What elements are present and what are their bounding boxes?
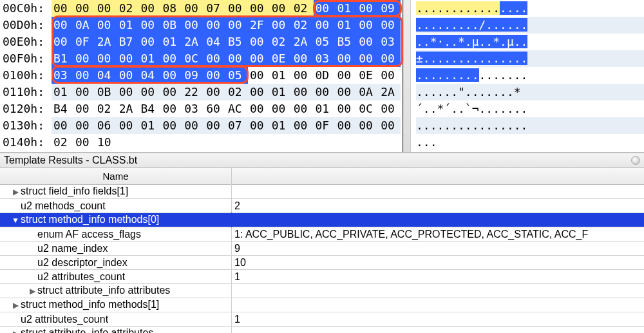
hex-byte[interactable]: 02 (117, 0, 139, 17)
tree-row[interactable]: ▼struct method_info methods[0] (0, 213, 644, 227)
hex-byte[interactable]: 00 (182, 17, 204, 33)
hex-byte[interactable]: 00 (95, 0, 117, 17)
hex-byte[interactable]: 02 (292, 0, 314, 17)
hex-byte[interactable]: 01 (335, 0, 357, 17)
hex-byte[interactable]: 04 (95, 67, 117, 84)
hex-byte[interactable]: 01 (139, 50, 161, 67)
disclosure-closed-icon[interactable]: ▶ (12, 298, 19, 312)
hex-byte[interactable]: 00 (379, 17, 401, 33)
hex-byte[interactable]: 2A (292, 33, 314, 50)
hex-byte[interactable]: B5 (335, 33, 357, 50)
hex-byte[interactable]: 00 (117, 117, 139, 134)
disclosure-closed-icon[interactable]: ▶ (12, 327, 19, 333)
hex-row[interactable]: B400022AB4000360AC00000001000C00 (52, 100, 401, 117)
tree-row[interactable]: u2 methods_count2 (0, 199, 644, 213)
hex-byte[interactable]: 00 (335, 100, 357, 117)
hex-byte[interactable]: 00 (357, 33, 379, 50)
hex-byte[interactable]: 00 (139, 84, 161, 100)
hex-byte[interactable]: 00 (204, 84, 226, 100)
hex-byte[interactable]: 00 (292, 117, 314, 134)
hex-byte[interactable]: 00 (357, 117, 379, 134)
tree-row[interactable]: ▶struct field_info fields[1] (0, 185, 644, 199)
hex-byte[interactable]: 2A (182, 33, 204, 50)
hex-byte[interactable]: 00 (52, 33, 73, 50)
disclosure-closed-icon[interactable]: ▶ (28, 284, 36, 298)
hex-byte[interactable]: 07 (204, 0, 226, 17)
hex-byte[interactable]: 07 (226, 117, 248, 134)
hex-byte[interactable]: 03 (182, 100, 204, 117)
tree-row[interactable]: ▶struct attribute_info attributes (0, 327, 644, 333)
hex-byte[interactable]: 00 (248, 50, 270, 67)
hex-byte[interactable]: 00 (117, 84, 139, 100)
hex-byte[interactable]: 03 (379, 33, 401, 50)
column-header-value[interactable] (232, 168, 644, 184)
hex-byte[interactable]: 00 (139, 17, 161, 33)
hex-byte[interactable]: 00 (270, 17, 292, 33)
hex-byte[interactable]: 00 (52, 0, 73, 17)
hex-byte[interactable]: 00 (73, 0, 95, 17)
hex-byte[interactable]: 00 (182, 117, 204, 134)
hex-byte[interactable]: 0F (314, 117, 336, 134)
hex-byte[interactable]: 00 (204, 50, 226, 67)
hex-byte[interactable]: 09 (379, 0, 401, 17)
hex-byte[interactable]: 00 (292, 84, 314, 100)
hex-byte[interactable]: 00 (270, 100, 292, 117)
hex-byte[interactable]: 09 (182, 67, 204, 84)
hex-byte[interactable]: 0D (314, 67, 336, 84)
hex-byte[interactable]: 00 (314, 84, 336, 100)
hex-byte[interactable]: 0A (73, 17, 95, 33)
hex-byte[interactable]: 01 (270, 117, 292, 134)
hex-byte[interactable]: 00 (314, 17, 336, 33)
hex-byte[interactable]: 2A (95, 33, 117, 50)
hex-byte[interactable]: 00 (73, 50, 95, 67)
hex-row[interactable]: 020010 (52, 134, 401, 151)
hex-byte[interactable]: 00 (379, 67, 401, 84)
hex-byte[interactable]: 00 (160, 50, 182, 67)
hex-byte[interactable]: 05 (314, 33, 336, 50)
hex-byte[interactable]: 00 (226, 17, 248, 33)
hex-byte[interactable]: 00 (292, 67, 314, 84)
hex-byte[interactable]: 08 (160, 0, 182, 17)
hex-byte[interactable]: 0A (357, 84, 379, 100)
hex-byte[interactable]: 00 (52, 17, 73, 33)
hex-byte[interactable]: 00 (160, 84, 182, 100)
hex-byte[interactable]: 00 (204, 67, 226, 84)
hex-row[interactable]: 0300040004000900050001000D000E00 (52, 67, 401, 84)
disclosure-closed-icon[interactable]: ▶ (12, 185, 19, 199)
template-results-tree[interactable]: ▶struct field_info fields[1]u2 methods_c… (0, 185, 644, 333)
hex-byte[interactable]: AC (226, 100, 248, 117)
hex-byte[interactable]: 03 (314, 50, 336, 67)
hex-byte[interactable]: 0F (73, 33, 95, 50)
hex-byte[interactable]: 00 (73, 117, 95, 134)
vertical-scrollbar[interactable] (403, 0, 411, 152)
hex-byte[interactable]: 60 (204, 100, 226, 117)
hex-byte[interactable]: 00 (139, 0, 161, 17)
hex-byte[interactable]: 00 (314, 0, 336, 17)
hex-byte[interactable]: 00 (160, 100, 182, 117)
hex-byte[interactable]: 02 (52, 134, 73, 151)
hex-byte[interactable]: B4 (139, 100, 161, 117)
hex-byte[interactable]: 05 (226, 67, 248, 84)
hex-row[interactable]: 000F2AB700012A04B500022A05B50003 (52, 33, 401, 50)
hex-byte[interactable]: 00 (335, 117, 357, 134)
hex-byte[interactable]: 00 (95, 17, 117, 33)
hex-byte[interactable]: 00 (160, 117, 182, 134)
column-header-name[interactable]: Name (0, 168, 232, 184)
tree-row[interactable]: u2 attributes_count1 (0, 270, 644, 284)
hex-byte[interactable]: 00 (292, 100, 314, 117)
hex-row[interactable]: 01000B00000022000200010000000A2A (52, 84, 401, 100)
hex-byte[interactable]: B7 (117, 33, 139, 50)
hex-byte[interactable]: 0C (182, 50, 204, 67)
hex-byte[interactable]: 01 (335, 17, 357, 33)
hex-byte[interactable]: 00 (357, 0, 379, 17)
hex-byte[interactable]: 02 (270, 33, 292, 50)
hex-byte[interactable]: 06 (95, 117, 117, 134)
hex-byte[interactable]: 00 (379, 100, 401, 117)
hex-byte[interactable]: 01 (52, 84, 73, 100)
hex-byte[interactable]: 00 (248, 84, 270, 100)
tree-row[interactable]: u2 name_index9 (0, 242, 644, 256)
hex-byte[interactable]: 01 (117, 17, 139, 33)
hex-row[interactable]: 0000060001000000070001000F000000 (52, 117, 401, 134)
tree-row[interactable]: u2 attributes_count1 (0, 312, 644, 327)
hex-byte[interactable]: 00 (117, 67, 139, 84)
